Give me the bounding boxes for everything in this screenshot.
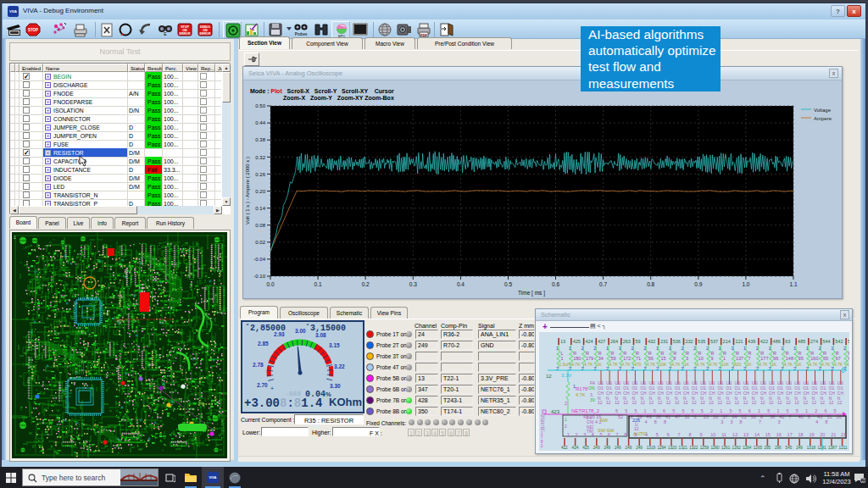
svg-text:4.7K: 4.7K bbox=[847, 362, 850, 367]
svg-text:2.85: 2.85 bbox=[258, 341, 269, 347]
svg-text:0.02: 0.02 bbox=[255, 240, 265, 245]
svg-text:12: 12 bbox=[649, 400, 654, 405]
svg-text:ERROR: ERROR bbox=[180, 32, 191, 36]
svg-text:5: 5 bbox=[672, 408, 675, 413]
svg-text:0.7: 0.7 bbox=[599, 281, 607, 287]
svg-text:8: 8 bbox=[689, 432, 692, 437]
svg-text:5: 5 bbox=[729, 408, 732, 413]
svg-text:Top Layer: Top Layer bbox=[220, 419, 225, 435]
svg-text:1259: 1259 bbox=[700, 446, 709, 450]
svg-text:172: 172 bbox=[623, 356, 631, 361]
svg-text:5: 5 bbox=[796, 408, 798, 413]
svg-text:66: 66 bbox=[849, 356, 850, 361]
svg-text:249: 249 bbox=[593, 446, 600, 450]
svg-text:Time [ ms ]: Time [ ms ] bbox=[518, 290, 545, 297]
svg-text:232: 232 bbox=[685, 339, 693, 344]
svg-text:17: 17 bbox=[787, 432, 793, 437]
svg-text:5: 5 bbox=[634, 408, 637, 413]
svg-text:0.44: 0.44 bbox=[255, 120, 265, 125]
svg-text:11: 11 bbox=[721, 432, 726, 437]
svg-text:1: 1 bbox=[806, 346, 809, 351]
svg-text:95: 95 bbox=[798, 356, 804, 361]
svg-text:2.70: 2.70 bbox=[257, 382, 268, 388]
svg-text:5: 5 bbox=[834, 408, 837, 413]
svg-text:12: 12 bbox=[794, 400, 799, 405]
svg-text:1294: 1294 bbox=[657, 446, 666, 450]
svg-text:423: 423 bbox=[551, 409, 560, 414]
svg-text:7: 7 bbox=[748, 356, 751, 361]
svg-text:13: 13 bbox=[560, 339, 565, 344]
svg-text:5: 5 bbox=[739, 408, 742, 413]
svg-text:Ampere: Ampere bbox=[814, 116, 832, 121]
svg-text:1K: 1K bbox=[747, 362, 753, 367]
svg-text:5: 5 bbox=[615, 408, 618, 413]
svg-text:8: 8 bbox=[673, 356, 676, 361]
svg-text:1: 1 bbox=[569, 346, 571, 351]
svg-text:1: 1 bbox=[656, 346, 659, 351]
svg-text:6: 6 bbox=[608, 432, 610, 437]
svg-text:537: 537 bbox=[710, 339, 718, 344]
svg-text:7: 7 bbox=[678, 432, 681, 437]
svg-text:3.30: 3.30 bbox=[330, 383, 341, 389]
svg-text:4.7K: 4.7K bbox=[584, 362, 593, 367]
svg-text:21: 21 bbox=[841, 432, 846, 437]
svg-text:1: 1 bbox=[719, 346, 721, 351]
svg-text:1: 1 bbox=[776, 408, 779, 413]
svg-text:12: 12 bbox=[692, 400, 697, 405]
svg-text:485: 485 bbox=[798, 339, 805, 344]
svg-text:180: 180 bbox=[573, 356, 581, 361]
svg-text:177: 177 bbox=[760, 356, 768, 361]
svg-text:4: 4 bbox=[645, 432, 648, 437]
svg-text:3: 3 bbox=[583, 432, 586, 437]
svg-text:3: 3 bbox=[634, 432, 637, 437]
svg-text:0.2: 0.2 bbox=[362, 281, 370, 287]
svg-text:5: 5 bbox=[656, 432, 659, 437]
svg-text:NE]: NE] bbox=[587, 425, 593, 430]
svg-text:18: 18 bbox=[798, 432, 804, 437]
svg-text:2.78: 2.78 bbox=[253, 362, 264, 368]
svg-text:0.50: 0.50 bbox=[255, 103, 265, 108]
svg-text:5: 5 bbox=[787, 408, 789, 413]
svg-text:3: 3 bbox=[721, 419, 723, 424]
svg-text:470: 470 bbox=[634, 362, 642, 367]
svg-text:1K: 1K bbox=[771, 362, 777, 367]
svg-text:542: 542 bbox=[835, 339, 843, 344]
svg-text:2: 2 bbox=[843, 346, 846, 351]
svg-text:486: 486 bbox=[773, 339, 781, 344]
svg-text:1: 1 bbox=[769, 346, 771, 351]
svg-text:12: 12 bbox=[546, 374, 552, 379]
svg-text:10: 10 bbox=[710, 432, 715, 437]
svg-text:12: 12 bbox=[666, 400, 671, 405]
svg-text:12: 12 bbox=[623, 400, 628, 405]
svg-text:1: 1 bbox=[644, 408, 647, 413]
svg-text:160: 160 bbox=[810, 356, 818, 361]
svg-text:10K: 10K bbox=[659, 362, 667, 367]
svg-text:3.22: 3.22 bbox=[334, 363, 345, 369]
svg-text:NETR178_2: NETR178_2 bbox=[571, 408, 600, 413]
svg-text:2: 2 bbox=[819, 346, 821, 351]
svg-text:47: 47 bbox=[675, 414, 680, 419]
svg-text:2: 2 bbox=[681, 346, 683, 351]
svg-text:12: 12 bbox=[777, 400, 782, 405]
svg-text:1322: 1322 bbox=[689, 446, 698, 450]
svg-text:12: 12 bbox=[837, 400, 843, 405]
svg-text:6: 6 bbox=[694, 414, 697, 419]
svg-text:544: 544 bbox=[823, 339, 831, 344]
svg-text:-0.04: -0.04 bbox=[253, 257, 265, 262]
svg-text:4.7K: 4.7K bbox=[697, 362, 706, 367]
svg-text:249: 249 bbox=[626, 446, 632, 450]
svg-text:Probes: Probes bbox=[295, 32, 308, 36]
svg-text:12: 12 bbox=[675, 400, 680, 405]
svg-text:12: 12 bbox=[735, 400, 740, 405]
svg-text:0.0: 0.0 bbox=[266, 281, 274, 287]
svg-text:12: 12 bbox=[658, 400, 663, 405]
svg-text:0.8: 0.8 bbox=[647, 281, 654, 287]
svg-text:427: 427 bbox=[598, 339, 605, 344]
svg-text:12: 12 bbox=[632, 400, 637, 405]
svg-text:439: 439 bbox=[748, 339, 755, 344]
svg-text:1: 1 bbox=[14, 235, 16, 240]
svg-text:38: 38 bbox=[770, 414, 775, 419]
svg-text:1.0: 1.0 bbox=[742, 281, 749, 287]
svg-text:4.7K: 4.7K bbox=[576, 392, 586, 397]
svg-text:1264: 1264 bbox=[743, 446, 752, 450]
